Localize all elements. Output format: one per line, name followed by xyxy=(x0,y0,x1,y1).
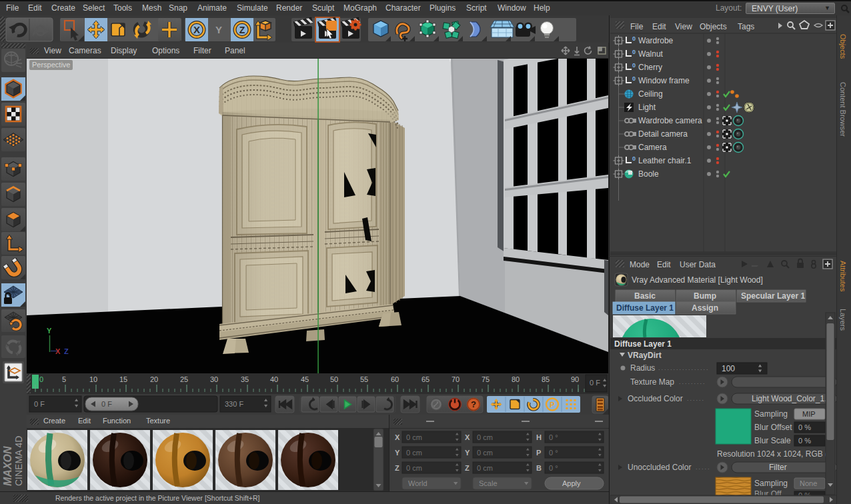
svg-text:Camera: Camera xyxy=(638,143,667,152)
svg-text:User Data: User Data xyxy=(680,260,716,269)
svg-text:Diffuse Layer 1: Diffuse Layer 1 xyxy=(616,303,674,313)
svg-text:Apply: Apply xyxy=(562,479,581,487)
svg-text:40: 40 xyxy=(270,375,278,383)
svg-text:Z: Z xyxy=(465,464,470,472)
svg-text:15: 15 xyxy=(119,375,127,383)
svg-text:Y: Y xyxy=(215,24,222,35)
svg-text:None: None xyxy=(800,479,817,487)
svg-text:70: 70 xyxy=(452,375,460,383)
svg-text:Scale: Scale xyxy=(479,479,498,487)
svg-text:Blur Offset: Blur Offset xyxy=(754,423,792,432)
svg-text:Wardrobe camera: Wardrobe camera xyxy=(638,116,702,125)
svg-text:Assign: Assign xyxy=(692,303,718,313)
svg-text:B: B xyxy=(536,464,542,472)
svg-text:......: ...... xyxy=(687,395,705,402)
svg-text:75: 75 xyxy=(482,375,490,383)
svg-text:?: ? xyxy=(471,399,476,409)
svg-text:Wardrobe: Wardrobe xyxy=(638,36,674,45)
svg-text:Z: Z xyxy=(395,464,399,472)
svg-text:30: 30 xyxy=(210,375,218,383)
svg-text:X: X xyxy=(395,433,400,441)
svg-text:Boole: Boole xyxy=(638,169,659,179)
svg-text:85: 85 xyxy=(542,375,550,383)
svg-text:0 °: 0 ° xyxy=(549,464,558,472)
svg-text:20: 20 xyxy=(150,375,158,383)
svg-text:Y: Y xyxy=(47,327,52,335)
svg-text:Edit: Edit xyxy=(652,22,666,31)
svg-text:.....: ..... xyxy=(696,464,711,471)
svg-text:50: 50 xyxy=(330,375,338,383)
svg-text:Walnut: Walnut xyxy=(638,49,664,59)
svg-text:0 %: 0 % xyxy=(798,423,811,431)
svg-text:Window frame: Window frame xyxy=(638,76,690,85)
svg-text:Mode: Mode xyxy=(630,260,650,269)
svg-text:0 cm: 0 cm xyxy=(477,464,493,472)
svg-text:Z: Z xyxy=(239,25,245,35)
svg-text:Y: Y xyxy=(395,449,400,457)
svg-text:View: View xyxy=(675,22,692,31)
svg-text:Edit: Edit xyxy=(657,260,671,269)
svg-text:65: 65 xyxy=(421,375,430,383)
svg-text:Leather chair.1: Leather chair.1 xyxy=(638,156,692,165)
svg-text:Detail camera: Detail camera xyxy=(638,129,688,139)
svg-text:0 cm: 0 cm xyxy=(406,464,422,472)
svg-text:Filter: Filter xyxy=(769,463,787,472)
svg-text:Ceiling: Ceiling xyxy=(638,89,663,99)
svg-text:0 °: 0 ° xyxy=(549,449,558,457)
svg-text:Blur Scale: Blur Scale xyxy=(754,436,791,445)
svg-text:World: World xyxy=(408,479,428,487)
svg-text:330 F: 330 F xyxy=(225,400,243,408)
svg-text:.................: ................. xyxy=(658,365,710,371)
svg-text:55: 55 xyxy=(360,375,368,383)
svg-text:Unoccluded Color: Unoccluded Color xyxy=(628,463,691,472)
svg-text:Light Wood_Color_1.t: Light Wood_Color_1.t xyxy=(752,394,830,403)
svg-text:Objects: Objects xyxy=(700,22,727,31)
svg-text:0 F: 0 F xyxy=(101,400,112,408)
svg-text:90: 90 xyxy=(571,375,579,383)
svg-text:Y: Y xyxy=(465,449,470,457)
svg-text:35: 35 xyxy=(241,375,249,383)
svg-text:MAXON: MAXON xyxy=(2,446,13,486)
svg-text:P: P xyxy=(536,449,541,457)
svg-text:0 F: 0 F xyxy=(590,379,600,387)
svg-text:100: 100 xyxy=(722,364,735,373)
svg-text:Radius: Radius xyxy=(630,363,655,373)
svg-text:0 °: 0 ° xyxy=(549,433,558,441)
svg-text:Sampling: Sampling xyxy=(754,409,788,419)
svg-text:5: 5 xyxy=(62,375,66,383)
svg-text:25: 25 xyxy=(180,375,188,383)
svg-text:Occluded Color: Occluded Color xyxy=(628,394,683,403)
svg-text:File: File xyxy=(630,22,644,31)
svg-text:60: 60 xyxy=(391,375,399,383)
svg-text:Texture Map: Texture Map xyxy=(630,377,674,387)
svg-text:CINEMA 4D: CINEMA 4D xyxy=(13,436,24,486)
svg-text:VRayDirt: VRayDirt xyxy=(628,351,662,360)
svg-text:10: 10 xyxy=(89,375,97,383)
svg-text:45: 45 xyxy=(301,375,309,383)
svg-text:H: H xyxy=(536,433,542,441)
svg-text:Tags: Tags xyxy=(738,22,754,31)
svg-text:.........: ......... xyxy=(679,379,706,385)
svg-text:0 F: 0 F xyxy=(34,400,45,408)
svg-text:Light: Light xyxy=(638,103,656,112)
svg-text:Vray Advanced Material [Light: Vray Advanced Material [Light Wood] xyxy=(632,275,763,285)
svg-text:Diffuse Layer 1: Diffuse Layer 1 xyxy=(614,339,672,349)
svg-text:Basic: Basic xyxy=(634,291,656,301)
svg-text:Bump: Bump xyxy=(694,291,716,301)
svg-text:Z: Z xyxy=(64,347,69,355)
svg-text:Specular Layer 1: Specular Layer 1 xyxy=(741,291,805,301)
svg-text:P: P xyxy=(550,401,554,409)
svg-text:X: X xyxy=(193,24,200,35)
svg-text:Sampling: Sampling xyxy=(754,479,788,488)
svg-text:Cherry: Cherry xyxy=(638,63,662,72)
svg-text:0: 0 xyxy=(39,375,43,383)
svg-text:0 cm: 0 cm xyxy=(477,433,493,441)
svg-text:Resolution 1024 x 1024, RGB (8: Resolution 1024 x 1024, RGB (8 xyxy=(717,449,832,459)
svg-text:MIP: MIP xyxy=(802,410,816,418)
svg-text:X: X xyxy=(55,347,61,355)
svg-text:0 cm: 0 cm xyxy=(406,433,422,441)
svg-text:0 %: 0 % xyxy=(798,437,811,445)
svg-text:0 cm: 0 cm xyxy=(477,449,493,457)
svg-text:X: X xyxy=(465,433,470,441)
svg-text:0 cm: 0 cm xyxy=(406,449,422,457)
